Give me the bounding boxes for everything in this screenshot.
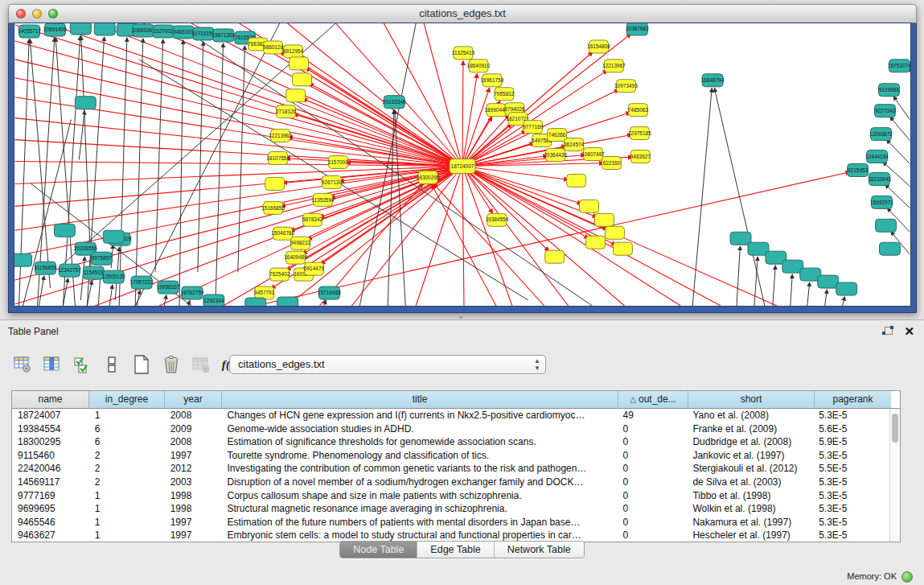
column-header-name[interactable]: name: [12, 391, 89, 408]
graph-node[interactable]: [836, 282, 857, 295]
delete-entries-icon[interactable]: [160, 352, 183, 377]
cell-name: 18724007: [12, 409, 89, 422]
graph-edge: [890, 117, 910, 140]
graph-node[interactable]: [54, 224, 75, 237]
column-header-title[interactable]: title: [222, 391, 618, 408]
graph-node[interactable]: [265, 177, 285, 190]
graph-node[interactable]: [730, 232, 751, 245]
graph-node[interactable]: [293, 73, 312, 86]
graph-edge: [79, 111, 84, 160]
graph-node[interactable]: [545, 250, 565, 263]
graph-edge: [191, 23, 462, 166]
table-header-row: name in_degree year title △out_de... sho…: [12, 391, 900, 409]
table-row[interactable]: 1938455462009Genome-wide association stu…: [12, 422, 889, 436]
new-table-icon[interactable]: [130, 352, 153, 377]
column-header-short[interactable]: short: [688, 391, 815, 408]
cell-pagerank: 5.3E-5: [813, 409, 889, 422]
table-row[interactable]: 946362711997Embryonic stem cells: a mode…: [12, 529, 889, 542]
graph-node-label: 19958167: [157, 284, 180, 290]
table-select-dropdown[interactable]: citations_edges.txt ▲▼: [229, 355, 546, 374]
graph-node[interactable]: [586, 236, 606, 249]
horizontal-splitter[interactable]: [0, 313, 924, 319]
network-canvas[interactable]: 1405571720691406106532871527002946616110…: [14, 23, 910, 306]
table-row[interactable]: 2242004622012Investigating the contribut…: [12, 462, 889, 476]
zoom-window-button[interactable]: [48, 9, 58, 19]
close-window-button[interactable]: [16, 9, 26, 19]
show-column-icon[interactable]: [41, 352, 64, 377]
graph-node[interactable]: [880, 242, 901, 255]
window-titlebar[interactable]: citations_edges.txt: [8, 4, 917, 23]
table-row[interactable]: 969969511998Structural magnetic resonanc…: [12, 502, 889, 516]
table-row[interactable]: 1456911722003Disruption of a novel membe…: [12, 476, 889, 489]
graph-node[interactable]: [70, 23, 91, 35]
column-header-year[interactable]: year: [165, 391, 222, 408]
graph-node-label: 9975857: [92, 255, 113, 261]
float-panel-icon[interactable]: [882, 326, 893, 337]
graph-node[interactable]: [567, 174, 586, 187]
graph-node[interactable]: [94, 23, 115, 35]
graph-node[interactable]: [103, 230, 124, 243]
combo-stepper-icon: ▲▼: [534, 357, 540, 372]
cell-name: 9777169: [12, 489, 89, 503]
cell-pagerank: 5.6E-5: [813, 422, 889, 436]
scrollbar-thumb[interactable]: [892, 414, 898, 443]
column-header-out-degree[interactable]: △out_de...: [618, 391, 688, 408]
row-height-icon[interactable]: [101, 352, 123, 377]
cell-title: Changes of HCN gene expression and I(f) …: [222, 409, 618, 422]
graph-node[interactable]: [605, 226, 624, 239]
select-columns-icon[interactable]: [71, 352, 93, 377]
cell-title: Investigating the contribution of common…: [222, 462, 618, 476]
tab-edge-table[interactable]: Edge Table: [417, 542, 493, 558]
table-row[interactable]: 1830029562008Estimation of significance …: [12, 435, 889, 449]
cell-name: 14569117: [12, 476, 89, 489]
close-panel-icon[interactable]: ✕: [904, 326, 914, 337]
graph-node-label: 20206556: [74, 245, 97, 251]
cell-short: Wolkin et al. (1998): [687, 502, 813, 516]
graph-node-label: 622160: [603, 160, 621, 166]
graph-node[interactable]: [290, 57, 309, 70]
cell-pagerank: 5.5E-5: [813, 462, 889, 476]
cell-year: 2012: [165, 462, 222, 476]
column-header-pagerank[interactable]: pagerank: [815, 391, 891, 408]
graph-node-label: 9498222: [290, 240, 311, 245]
graph-node[interactable]: [245, 298, 266, 306]
table-row[interactable]: 977716911998Corpus callosum shape and si…: [12, 489, 889, 503]
graph-node-label: 1292344: [203, 298, 224, 303]
graph-node[interactable]: [818, 275, 839, 288]
graph-node[interactable]: [277, 297, 298, 306]
minimize-window-button[interactable]: [32, 9, 42, 19]
cell-name: 9463627: [12, 529, 89, 542]
cell-year: 2008: [165, 409, 222, 422]
table-row[interactable]: 911546021997Tourette syndrome. Phenomeno…: [12, 449, 889, 463]
tab-node-table[interactable]: Node Table: [340, 542, 417, 558]
cell-title: Estimation of significance thresholds fo…: [222, 435, 618, 449]
graph-node[interactable]: [876, 219, 897, 232]
graph-edge: [886, 140, 910, 164]
graph-edge: [155, 39, 163, 272]
table-scrollbar[interactable]: [889, 409, 900, 542]
table-panel: Table Panel ✕ f(x) citat: [0, 319, 924, 585]
cell-in_degree: 2: [89, 476, 165, 489]
graph-node-label: 9457791: [254, 290, 275, 295]
cell-out_degree: 0: [618, 489, 688, 503]
graph-node[interactable]: [595, 213, 614, 226]
graph-node-label: 10973493: [614, 83, 638, 89]
graph-edge: [164, 295, 166, 306]
graph-node-label: 12213963: [269, 133, 292, 138]
graph-node[interactable]: [286, 89, 306, 102]
table-row[interactable]: 946554611997Estimation of the future num…: [12, 516, 889, 529]
table-row[interactable]: 1872400712008Changes of HCN gene express…: [12, 409, 889, 422]
table-settings-icon[interactable]: [11, 352, 34, 377]
cell-pagerank: 5.3E-5: [813, 516, 889, 529]
graph-node[interactable]: [75, 97, 96, 109]
graph-node-label: 7485063: [628, 107, 649, 113]
cell-title: Tourette syndrome. Phenomenology and cla…: [222, 449, 618, 463]
graph-node[interactable]: [14, 253, 32, 266]
graph-node[interactable]: [580, 200, 599, 212]
graph-node[interactable]: [613, 242, 632, 255]
graph-edge: [81, 36, 92, 272]
delete-table-icon[interactable]: [190, 352, 212, 377]
graph-node-label: 2718126: [276, 109, 297, 114]
tab-network-table[interactable]: Network Table: [494, 542, 584, 558]
column-header-in-degree[interactable]: in_degree: [89, 391, 165, 408]
